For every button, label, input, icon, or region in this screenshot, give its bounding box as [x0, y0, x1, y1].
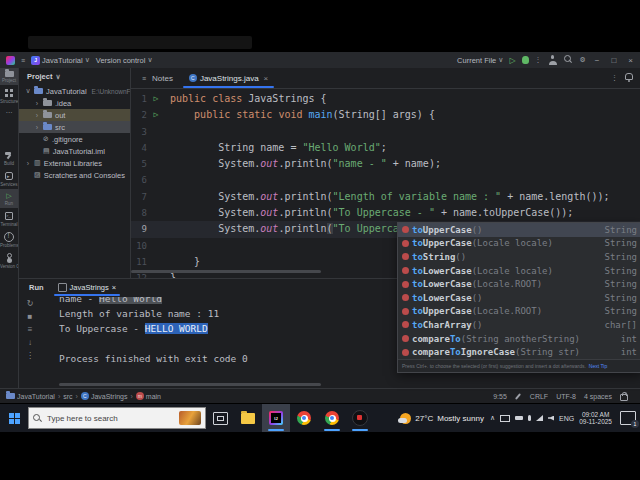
activity-item-more[interactable]: ⋯ — [0, 106, 18, 119]
tree-item-label: JavaTutorial — [46, 87, 87, 96]
close-icon[interactable]: × — [264, 74, 269, 83]
editor-horizontal-scrollbar[interactable] — [131, 270, 321, 273]
run-toolbar-scroll-down-icon[interactable]: ↓ — [28, 338, 32, 347]
run-line-icon[interactable]: ▷ — [149, 91, 163, 107]
run-config-selector[interactable]: Current File ∨ — [457, 56, 503, 65]
more-actions-icon[interactable]: ⋮ — [535, 56, 542, 64]
line-separator[interactable]: CRLF — [530, 393, 548, 400]
breadcrumb-main[interactable]: mmain — [136, 392, 161, 400]
task-view-button[interactable] — [206, 404, 234, 432]
tree-item-out[interactable]: ›out — [19, 109, 130, 121]
code-line-3[interactable]: 3 — [131, 124, 640, 140]
file-explorer-button[interactable] — [234, 404, 262, 432]
completion-item-compareToIgnoreCase[interactable]: compareToIgnoreCase(String str)int — [398, 345, 640, 359]
notification-center-button[interactable]: 1 — [620, 411, 636, 425]
code-line-7[interactable]: 7 System.out.println("Length of variable… — [131, 189, 640, 205]
chrome-button[interactable] — [290, 404, 318, 432]
language-indicator[interactable]: ENG — [559, 415, 574, 422]
completion-item-toUpperCase[interactable]: toUpperCase(Locale.ROOT)String — [398, 305, 640, 319]
run-toolbar-soft-wrap-icon[interactable]: ≡ — [28, 325, 33, 334]
microphone-tray-icon[interactable] — [528, 415, 531, 421]
completion-item-toUpperCase[interactable]: toUpperCase(Locale locale)String — [398, 237, 640, 251]
method-icon: m — [136, 392, 144, 400]
next-tip-link[interactable]: Next Tip — [589, 363, 607, 369]
name-post: IgnoreCase — [461, 347, 515, 357]
run-line-icon[interactable]: ▷ — [149, 107, 163, 123]
code-line-1[interactable]: 1▷public class JavaStrings { — [131, 91, 640, 107]
completion-item-compareTo[interactable]: compareTo(String anotherString)int — [398, 332, 640, 346]
settings-gear-icon[interactable]: ⚙ — [580, 56, 586, 64]
breadcrumb-javatutorial[interactable]: JavaTutorial — [6, 393, 55, 400]
project-widget[interactable]: J JavaTutorial ∨ — [31, 56, 90, 65]
tree-item-src[interactable]: ›src — [19, 121, 130, 133]
editor-options-icon[interactable]: ⋮ — [611, 74, 618, 82]
console-horizontal-scrollbar[interactable] — [59, 383, 321, 386]
media-app-button[interactable] — [346, 404, 374, 432]
display-tray-icon[interactable] — [500, 415, 510, 422]
tray-expand-icon[interactable]: ∧ — [490, 414, 495, 422]
tree-item-javatutorial[interactable]: ∨JavaTutorialE:\UnknownFrame — [19, 85, 130, 97]
completion-item-toUpperCase[interactable]: toUpperCase()String — [398, 223, 640, 237]
run-tab[interactable]: JavaStrings × — [52, 279, 123, 296]
activity-item-version-control[interactable]: Version Control — [0, 250, 18, 271]
code-line-2[interactable]: 2▷ public static void main(String[] args… — [131, 107, 640, 123]
profile-icon[interactable] — [548, 55, 558, 65]
run-toolbar-rerun-icon[interactable]: ↻ — [27, 299, 34, 308]
breadcrumbs: JavaTutorial›src›CJavaStrings›mmain — [0, 392, 493, 400]
code-line-4[interactable]: 4 String name = "Hello World"; — [131, 140, 640, 156]
code-line-5[interactable]: 5 System.out.println("name - " + name); — [131, 156, 640, 172]
run-toolbar-kebab-icon[interactable]: ⋮ — [26, 351, 34, 360]
activity-item-build[interactable]: Build — [0, 147, 18, 168]
tree-item--gitignore[interactable]: ⊘.gitignore — [19, 133, 130, 145]
close-button[interactable]: × — [625, 56, 636, 65]
clock[interactable]: 09:02 AM 09-11-2025 — [579, 411, 612, 426]
weather-widget[interactable]: 27°C Mostly sunny — [400, 413, 490, 424]
breadcrumb-src[interactable]: src — [63, 393, 72, 400]
code-line-8[interactable]: 8 System.out.println("To Uppercase - " +… — [131, 205, 640, 221]
intellij-taskbar-button[interactable]: IJ — [262, 404, 290, 432]
activity-item-run[interactable]: ▷Run — [0, 189, 18, 208]
volume-tray-icon[interactable] — [548, 416, 554, 421]
tree-item-external-libraries[interactable]: ›▥External Libraries — [19, 157, 130, 169]
version-control-widget[interactable]: Version control ∨ — [96, 56, 153, 65]
battery-tray-icon[interactable] — [515, 416, 523, 420]
file-encoding[interactable]: UTF-8 — [556, 393, 576, 400]
activity-item-services[interactable]: Services — [0, 168, 18, 189]
activity-item-problems[interactable]: Problems — [0, 229, 18, 250]
completion-item-toLowerCase[interactable]: toLowerCase(Locale.ROOT)String — [398, 277, 640, 291]
method-icon — [402, 267, 409, 274]
start-button[interactable] — [0, 404, 28, 432]
network-tray-icon[interactable] — [536, 415, 543, 421]
run-toolbar-stop-icon[interactable]: ■ — [28, 312, 33, 321]
completion-item-toLowerCase[interactable]: toLowerCase()String — [398, 291, 640, 305]
run-button[interactable]: ▷ — [509, 56, 515, 65]
taskbar-search[interactable]: Type here to search — [28, 407, 206, 429]
tree-item-scratches-and-consoles[interactable]: ▨Scratches and Consoles — [19, 169, 130, 181]
tree-item--idea[interactable]: ›.idea — [19, 97, 130, 109]
activity-label: Version Control — [0, 264, 18, 269]
search-everywhere-icon[interactable] — [564, 55, 574, 65]
tab-javastrings-java[interactable]: CJavaStrings.java× — [181, 68, 276, 88]
notifications-bell-icon[interactable] — [624, 73, 634, 83]
completion-item-toLowerCase[interactable]: toLowerCase(Locale locale)String — [398, 264, 640, 278]
caret-position[interactable]: 9:55 — [493, 393, 507, 400]
lock-icon[interactable] — [620, 394, 628, 401]
close-icon[interactable]: × — [112, 283, 116, 292]
tree-item-javatutorial-iml[interactable]: ▤JavaTutorial.iml — [19, 145, 130, 157]
project-panel-header[interactable]: Project ∨ — [19, 68, 130, 85]
completion-item-toCharArray[interactable]: toCharArray()char[] — [398, 318, 640, 332]
debug-button[interactable] — [522, 56, 529, 64]
activity-item-structure[interactable]: Structure — [0, 85, 18, 106]
run-tab-icon — [58, 283, 67, 292]
maximize-button[interactable]: □ — [608, 56, 619, 65]
main-menu-icon[interactable]: ≡ — [21, 57, 25, 64]
breadcrumb-javastrings[interactable]: CJavaStrings — [81, 392, 128, 400]
tab-notes[interactable]: Notes — [131, 68, 181, 88]
indent-setting[interactable]: 4 spaces — [584, 393, 612, 400]
activity-item-terminal[interactable]: Terminal — [0, 208, 18, 229]
code-line-6[interactable]: 6 — [131, 172, 640, 188]
activity-item-project[interactable]: Project — [0, 68, 18, 85]
minimize-button[interactable]: − — [592, 56, 603, 65]
chrome-2-button[interactable] — [318, 404, 346, 432]
completion-item-toString[interactable]: toString()String — [398, 250, 640, 264]
